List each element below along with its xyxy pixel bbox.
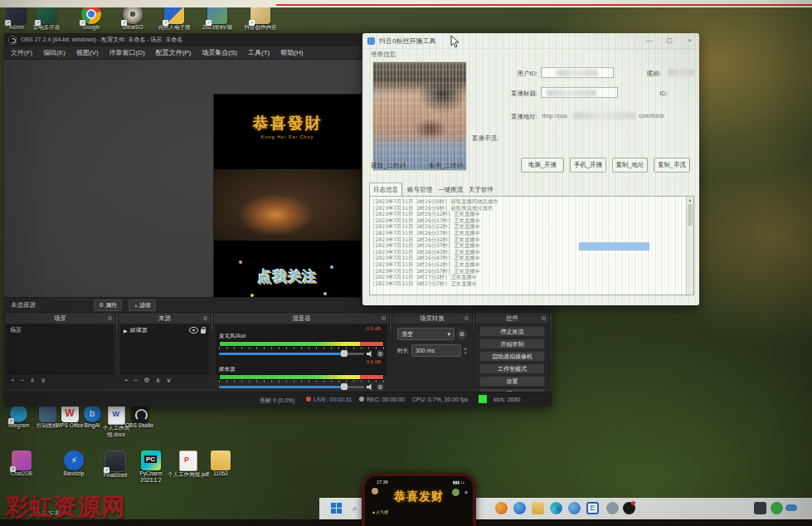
tray-icon-1[interactable] xyxy=(754,502,766,514)
tray-icon-3[interactable] xyxy=(785,504,797,511)
dock-menu-icon[interactable] xyxy=(203,316,207,320)
settings-button[interactable]: 设置 xyxy=(479,376,545,387)
get-qrcode-button[interactable]: 获取_二维码 xyxy=(371,162,406,170)
scenes-dock-header[interactable]: 场景 xyxy=(5,313,115,324)
add-source-button[interactable]: + xyxy=(124,377,129,385)
source-down-button[interactable]: ∨ xyxy=(166,377,171,385)
remove-source-button[interactable]: − xyxy=(134,377,139,385)
stop-streaming-button[interactable]: 停止推流 xyxy=(479,326,545,337)
menu-view[interactable]: 视图(V) xyxy=(76,48,99,57)
dock-menu-icon[interactable] xyxy=(464,316,469,320)
tab-one-key-push[interactable]: 一键推流 xyxy=(438,186,463,194)
search-icon[interactable]: ⌕ xyxy=(353,504,357,514)
scene-down-button[interactable]: ∨ xyxy=(41,377,46,385)
desktop-icon-obs-studio[interactable]: OBS Studio xyxy=(118,405,161,429)
remove-scene-button[interactable]: − xyxy=(21,377,25,385)
desktop-icon-douyin-content[interactable]: ↗ 抖音创作内容 xyxy=(239,4,282,31)
log-scrollbar[interactable]: ▲ xyxy=(686,197,693,295)
source-properties-button[interactable]: ⚙ xyxy=(143,377,149,385)
start-button[interactable] xyxy=(331,503,342,514)
confetti-dot xyxy=(323,292,327,295)
desktop-icon-ultraiso[interactable]: ↗ UltraISO xyxy=(111,4,154,31)
maximize-button[interactable]: ▢ xyxy=(666,37,673,44)
menu-help[interactable]: 帮助(H) xyxy=(280,48,303,57)
source-item[interactable]: ▶ 媒体源 xyxy=(120,324,209,336)
scroll-up-icon[interactable]: ▲ xyxy=(687,197,693,203)
taskbar-app1-icon[interactable] xyxy=(495,502,508,514)
scenes-list[interactable]: 场景 xyxy=(7,324,114,375)
phone-start-stream-button[interactable]: 手机_开播 xyxy=(570,158,606,173)
channel-gear-icon[interactable]: ⚙ xyxy=(377,350,384,358)
copy-address-button[interactable]: 复制_地址 xyxy=(612,158,648,173)
desktop-icon-label: 2023资料/福 xyxy=(196,24,239,31)
live-title-field[interactable] xyxy=(541,87,618,98)
mixer-dock-header[interactable]: 混音器 xyxy=(214,313,389,324)
file-explorer-icon[interactable] xyxy=(532,502,544,514)
dock-menu-icon[interactable] xyxy=(542,316,546,320)
taskbar-app3-icon[interactable] xyxy=(568,502,581,514)
close-button[interactable]: × xyxy=(688,37,692,44)
channel-gear-icon[interactable]: ⚙ xyxy=(377,383,384,391)
properties-button[interactable]: ⚙ 属性 xyxy=(94,300,122,311)
speaker-icon[interactable] xyxy=(367,351,374,358)
scene-up-button[interactable]: ∧ xyxy=(30,377,35,385)
source-up-button[interactable]: ∧ xyxy=(156,377,161,385)
duration-input[interactable]: 300 ms xyxy=(411,344,461,357)
transition-select[interactable]: 渐变 ▾ xyxy=(397,328,455,340)
log-line: [2023年7月31日 1时26分52秒] 正在直播中 xyxy=(372,261,685,268)
lock-icon[interactable] xyxy=(201,329,206,334)
desktop-icon-chat2db[interactable]: ↗ Chat2DB xyxy=(0,451,43,477)
filters-button[interactable]: ◑ 滤镜 xyxy=(129,300,155,311)
menu-edit[interactable]: 编辑(E) xyxy=(43,48,66,57)
transition-gear-icon[interactable]: ⚙ xyxy=(457,329,467,339)
menu-scene-collection[interactable]: 场景集合(S) xyxy=(202,48,237,57)
desktop-icon-google[interactable]: ↗ Google xyxy=(70,4,113,31)
desktop-icon-bandizip[interactable]: ⚡ Bandizip xyxy=(52,451,95,477)
user-id-field[interactable] xyxy=(541,67,614,78)
tab-account[interactable]: 账号管理 xyxy=(407,186,432,194)
virtual-camera-button[interactable]: 启动虚拟摄像机 xyxy=(479,351,545,362)
add-scene-button[interactable]: + xyxy=(11,377,15,385)
studio-mode-button[interactable]: 工作室模式 xyxy=(479,363,545,374)
desktop-icon-ldplayer[interactable]: ↗ 雷电多开器 xyxy=(25,4,68,31)
volume-slider[interactable] xyxy=(219,353,364,355)
copy-stream-key-button[interactable]: 复制_串流 xyxy=(654,158,690,173)
tab-log-info[interactable]: 日志信息 xyxy=(369,183,402,197)
visibility-eye-icon[interactable] xyxy=(189,327,198,334)
scene-item[interactable]: 场景 xyxy=(7,324,114,336)
sources-dock-header[interactable]: 来源 xyxy=(119,313,211,324)
desktop-icon-11052-folder[interactable]: 11052 xyxy=(199,451,242,477)
desktop-icon-tax[interactable]: ↗ 自然人电子税 xyxy=(153,4,196,31)
log-line: [2023年7月31日 1时26分22秒] 正在直播中 xyxy=(372,223,685,230)
pc-start-stream-button[interactable]: 电脑_开播 xyxy=(521,158,564,173)
taskbar-app2-icon[interactable] xyxy=(513,502,526,514)
menu-tools[interactable]: 工具(T) xyxy=(248,48,270,57)
scroll-thumb[interactable] xyxy=(688,204,693,226)
mixer-channel: 麦克风/Aux 0.0 dB ⚙ xyxy=(219,326,384,358)
edge-icon[interactable] xyxy=(550,502,562,514)
speaker-icon[interactable] xyxy=(367,384,374,391)
duration-stepper[interactable]: ∧ ∨ xyxy=(464,347,467,355)
tray-icon-2[interactable] xyxy=(771,502,783,514)
menu-file[interactable]: 文件(F) xyxy=(11,48,32,57)
taskbar-e-app-icon[interactable]: E xyxy=(586,502,599,514)
minimize-button[interactable]: — xyxy=(646,37,653,44)
dock-menu-icon[interactable] xyxy=(108,316,112,320)
taskbar-app4-icon[interactable] xyxy=(606,502,619,514)
volume-slider[interactable] xyxy=(219,386,364,388)
backup-qrcode-button[interactable]: 备用_二维码 xyxy=(429,162,464,170)
controls-dock-header[interactable]: 控件 xyxy=(475,313,549,324)
menu-profile[interactable]: 配置文件(P) xyxy=(156,48,192,57)
tab-about[interactable]: 关于软件 xyxy=(469,186,494,194)
menu-docks[interactable]: 停靠窗口(D) xyxy=(109,48,145,57)
sources-list[interactable]: ▶ 媒体源 xyxy=(120,324,209,375)
transitions-dock-header[interactable]: 场景转换 xyxy=(392,313,472,324)
desktop-icon-2023-folder[interactable]: ↗ 2023资料/福 xyxy=(196,4,239,31)
dock-menu-icon[interactable] xyxy=(382,316,386,320)
channel-name: 麦克风/Aux xyxy=(219,333,246,338)
start-recording-button[interactable]: 开始录制 xyxy=(479,338,545,349)
step-down-icon[interactable]: ∨ xyxy=(464,351,467,355)
address-suffix: com/third/ xyxy=(639,113,664,119)
preview-video[interactable]: 恭喜發財 Kung Hei Fat Choy 点我关注 xyxy=(214,95,361,322)
stream-key-redacted xyxy=(579,242,649,251)
